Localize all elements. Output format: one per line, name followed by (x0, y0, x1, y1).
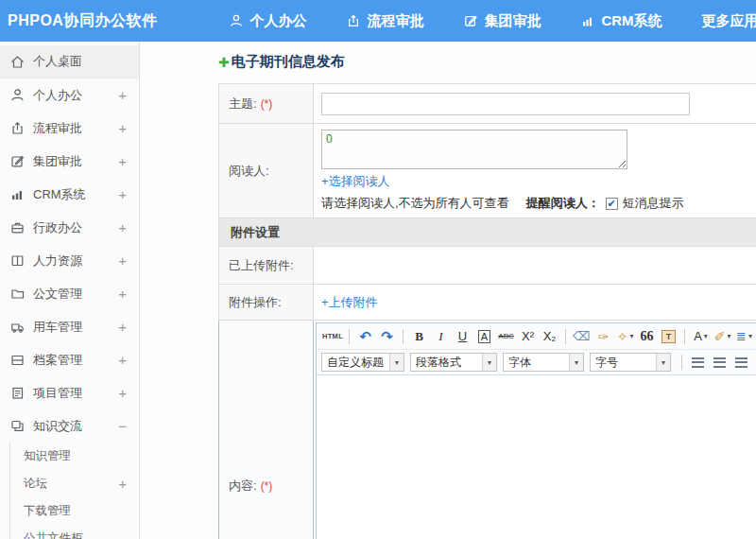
superscript-button[interactable]: X² (518, 327, 538, 346)
required-mark: (*) (261, 97, 273, 111)
upload-attachment-link[interactable]: +上传附件 (321, 294, 378, 311)
briefcase-icon (9, 219, 26, 235)
sidebar-item-desktop[interactable]: 个人桌面 (0, 45, 139, 78)
blockquote-button[interactable]: 66 (637, 327, 657, 346)
html-source-button[interactable]: HTML (322, 327, 343, 346)
expand-icon[interactable]: + (118, 319, 127, 335)
align-center-button[interactable] (710, 353, 730, 372)
sidebar-item-group-approval[interactable]: 集团审批 + (0, 145, 139, 178)
sidebar-item-knowledge-exchange[interactable]: 知识交流 − (0, 409, 139, 443)
sidebar-item-knowledge-mgmt[interactable]: 知识管理 (10, 443, 139, 470)
divider (684, 329, 685, 344)
readers-row: 阅读人: 0 +选择阅读人 请选择阅读人,不选为所有人可查看 提醒阅读人： ✔ … (218, 124, 756, 218)
nav-more-apps[interactable]: 更多应用 ▾ (702, 12, 756, 30)
expand-icon[interactable]: + (118, 87, 127, 103)
align-left-button[interactable] (688, 353, 708, 372)
expand-icon[interactable]: + (118, 219, 127, 235)
paragraph-format-select[interactable]: 段落格式 ▾ (410, 353, 497, 372)
share-icon (346, 13, 361, 28)
nav-workflow-approval[interactable]: 流程审批 (346, 12, 423, 30)
folder-icon (9, 286, 26, 302)
main-content: ✚ 电子期刊信息发布 主题: (*) 阅读人: (140, 42, 756, 539)
divider (681, 355, 682, 370)
content-row: 内容: (*) HTML ↶ ↷ B (218, 321, 756, 539)
italic-button[interactable]: I (431, 327, 451, 346)
sidebar-item-workflow-approval[interactable]: 流程审批 + (0, 112, 139, 145)
sidebar-item-download-mgmt[interactable]: 下载管理 (10, 497, 139, 525)
paste-text-button[interactable]: T (662, 330, 676, 343)
nav-crm[interactable]: CRM系统 (580, 12, 662, 30)
redo-button[interactable]: ↷ (377, 327, 397, 346)
nav-personal-office[interactable]: 个人办公 (229, 12, 306, 30)
subscript-button[interactable]: X₂ (540, 327, 559, 346)
select-readers-link[interactable]: +选择阅读人 (321, 173, 390, 190)
clear-format-button[interactable]: ✑ (593, 327, 613, 346)
chevron-down-icon: ▾ (482, 354, 496, 371)
collapse-icon[interactable]: − (118, 418, 127, 434)
attachment-ops-row: 附件操作: +上传附件 (218, 285, 756, 321)
align-left-icon (692, 357, 704, 368)
nav-group-approval[interactable]: 集团审批 (463, 12, 541, 30)
uploaded-value (314, 247, 756, 284)
sms-checkbox[interactable]: ✔ (606, 198, 618, 210)
sidebar-item-crm[interactable]: CRM系统 + (0, 178, 139, 211)
editor-content-area[interactable] (317, 375, 756, 539)
sidebar-item-forum[interactable]: 论坛 + (10, 470, 139, 497)
uploaded-label: 已上传附件: (219, 247, 314, 284)
chevron-down-icon: ▾ (389, 354, 404, 371)
person-icon (229, 13, 244, 28)
eraser-button[interactable]: ⌫ (572, 327, 592, 346)
editor-toolbar-row2: 自定义标题 ▾ 段落格式 ▾ 字体 ▾ (317, 350, 756, 375)
align-right-button[interactable] (731, 353, 751, 372)
sidebar-item-project-mgmt[interactable]: 项目管理 + (0, 376, 139, 409)
expand-icon[interactable]: + (118, 476, 127, 492)
attachment-section-header: 附件设置 (218, 218, 756, 247)
remind-readers-label: 提醒阅读人： (526, 195, 600, 212)
expand-icon[interactable]: + (118, 186, 127, 202)
expand-icon[interactable]: + (118, 385, 127, 401)
strikethrough-button[interactable]: ABC (496, 327, 516, 346)
readers-hint: 请选择阅读人,不选为所有人可查看 (321, 195, 509, 212)
bold-button[interactable]: B (409, 327, 429, 346)
sidebar-item-hr[interactable]: 人力资源 + (0, 244, 139, 277)
underline-button[interactable]: U (453, 327, 472, 346)
edit-icon (9, 153, 26, 169)
font-style-button[interactable]: A (478, 330, 490, 343)
sidebar-item-archive-mgmt[interactable]: 档案管理 + (0, 343, 139, 376)
heading-select[interactable]: 自定义标题 ▾ (321, 353, 404, 372)
sidebar-item-document-mgmt[interactable]: 公文管理 + (0, 277, 139, 310)
sidebar-item-admin-office[interactable]: 行政办公 + (0, 211, 139, 244)
top-header: PHPOA协同办公软件 个人办公 流程审批 集团审批 CRM系统 更多应用 ▾ (0, 0, 756, 42)
rich-text-editor: HTML ↶ ↷ B I U A ABC X² (316, 322, 756, 539)
bar-chart-icon (9, 186, 26, 202)
uploaded-attachments-row: 已上传附件: (218, 247, 756, 285)
required-mark: (*) (261, 479, 273, 493)
truck-icon (9, 319, 26, 335)
align-right-icon (735, 357, 747, 368)
font-color-button[interactable]: A▾ (691, 327, 711, 346)
share-icon (9, 120, 26, 136)
font-family-select[interactable]: 字体 ▾ (503, 353, 584, 372)
autotypeset-button[interactable]: ✧▾ (615, 327, 635, 346)
highlight-button[interactable]: ✐▾ (713, 327, 732, 346)
align-center-icon (713, 357, 726, 368)
page-title: ✚ 电子期刊信息发布 (218, 53, 756, 71)
sidebar-item-vehicle-mgmt[interactable]: 用车管理 + (0, 310, 139, 343)
expand-icon[interactable]: + (118, 286, 127, 302)
chevron-down-icon: ▾ (727, 332, 730, 340)
app-logo: PHPOA协同办公软件 (0, 11, 157, 31)
undo-button[interactable]: ↶ (355, 327, 375, 346)
divider (349, 329, 350, 344)
project-doc-icon (9, 385, 26, 401)
expand-icon[interactable]: + (118, 153, 127, 169)
expand-icon[interactable]: + (118, 352, 127, 368)
font-size-select[interactable]: 字号 ▾ (590, 353, 671, 372)
expand-icon[interactable]: + (118, 252, 127, 269)
sidebar-item-personal-office[interactable]: 个人办公 + (0, 78, 139, 112)
sidebar-item-public-file-cabinet[interactable]: 公共文件柜 (10, 525, 139, 539)
readers-textarea[interactable]: 0 (321, 130, 627, 169)
ordered-list-button[interactable]: ≣▾ (734, 327, 754, 346)
subject-row: 主题: (*) (218, 84, 756, 124)
subject-input[interactable] (321, 93, 690, 115)
expand-icon[interactable]: + (118, 120, 127, 136)
